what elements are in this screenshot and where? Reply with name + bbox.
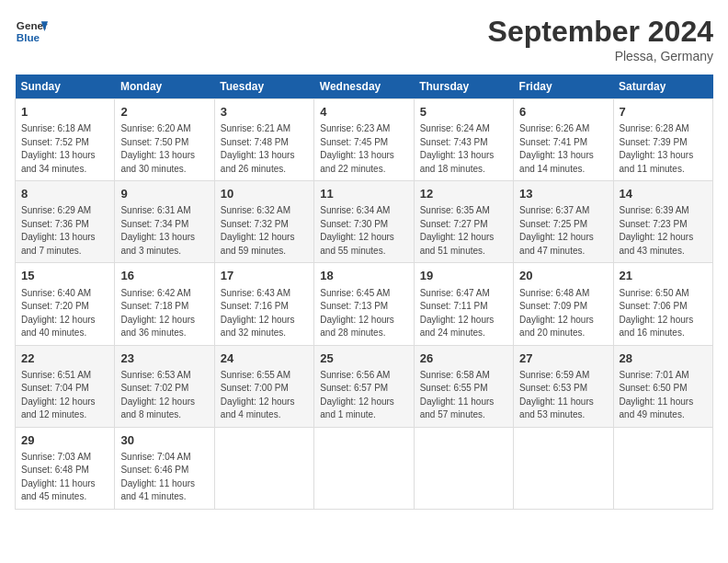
calendar-cell-day-4: 4Sunrise: 6:23 AM Sunset: 7:45 PM Daylig… xyxy=(314,99,414,181)
day-content: Sunrise: 6:53 AM Sunset: 7:02 PM Dayligh… xyxy=(120,369,208,422)
day-content: Sunrise: 6:35 AM Sunset: 7:27 PM Dayligh… xyxy=(420,204,507,258)
day-number: 4 xyxy=(320,104,407,121)
day-content: Sunrise: 6:37 AM Sunset: 7:25 PM Dayligh… xyxy=(519,204,607,258)
calendar-header-row: SundayMondayTuesdayWednesdayThursdayFrid… xyxy=(16,75,713,99)
day-content: Sunrise: 6:18 AM Sunset: 7:52 PM Dayligh… xyxy=(21,122,108,176)
calendar-cell-day-17: 17Sunrise: 6:43 AM Sunset: 7:16 PM Dayli… xyxy=(214,263,313,345)
day-content: Sunrise: 6:28 AM Sunset: 7:39 PM Dayligh… xyxy=(620,122,707,176)
day-number: 23 xyxy=(120,350,208,367)
calendar-cell-day-27: 27Sunrise: 6:59 AM Sunset: 6:53 PM Dayli… xyxy=(514,345,613,427)
day-content: Sunrise: 6:56 AM Sunset: 6:57 PM Dayligh… xyxy=(320,369,407,422)
calendar-cell-day-3: 3Sunrise: 6:21 AM Sunset: 7:48 PM Daylig… xyxy=(214,99,313,181)
calendar-cell-day-10: 10Sunrise: 6:32 AM Sunset: 7:32 PM Dayli… xyxy=(214,181,313,263)
day-content: Sunrise: 6:39 AM Sunset: 7:23 PM Dayligh… xyxy=(620,204,707,258)
day-number: 18 xyxy=(320,268,407,284)
calendar-cell-day-20: 20Sunrise: 6:48 AM Sunset: 7:09 PM Dayli… xyxy=(514,263,613,345)
day-content: Sunrise: 6:50 AM Sunset: 7:06 PM Dayligh… xyxy=(620,287,707,340)
day-number: 11 xyxy=(320,186,407,202)
page-header: General Blue September 2024 Plessa, Germ… xyxy=(15,15,713,63)
day-number: 8 xyxy=(21,186,108,202)
day-number: 21 xyxy=(620,268,707,284)
day-content: Sunrise: 6:21 AM Sunset: 7:48 PM Dayligh… xyxy=(221,122,308,176)
calendar-cell-day-15: 15Sunrise: 6:40 AM Sunset: 7:20 PM Dayli… xyxy=(16,263,115,345)
day-number: 9 xyxy=(120,186,208,202)
day-number: 10 xyxy=(221,186,308,202)
calendar-cell-day-11: 11Sunrise: 6:34 AM Sunset: 7:30 PM Dayli… xyxy=(314,181,414,263)
logo-icon: General Blue xyxy=(15,15,48,48)
day-number: 6 xyxy=(519,104,607,121)
calendar-cell-day-25: 25Sunrise: 6:56 AM Sunset: 6:57 PM Dayli… xyxy=(314,345,414,427)
calendar-cell-empty xyxy=(613,427,712,509)
calendar-week-1: 8Sunrise: 6:29 AM Sunset: 7:36 PM Daylig… xyxy=(16,181,713,263)
day-number: 5 xyxy=(420,104,507,121)
svg-text:Blue: Blue xyxy=(17,31,40,43)
col-header-monday: Monday xyxy=(115,75,214,99)
day-content: Sunrise: 7:01 AM Sunset: 6:50 PM Dayligh… xyxy=(620,369,707,422)
day-number: 14 xyxy=(620,186,707,202)
calendar-cell-day-24: 24Sunrise: 6:55 AM Sunset: 7:00 PM Dayli… xyxy=(214,345,313,427)
day-content: Sunrise: 6:32 AM Sunset: 7:32 PM Dayligh… xyxy=(221,204,308,258)
calendar-week-3: 22Sunrise: 6:51 AM Sunset: 7:04 PM Dayli… xyxy=(16,345,713,427)
day-content: Sunrise: 7:04 AM Sunset: 6:46 PM Dayligh… xyxy=(120,451,208,504)
calendar-cell-day-8: 8Sunrise: 6:29 AM Sunset: 7:36 PM Daylig… xyxy=(16,181,115,263)
calendar-cell-empty xyxy=(314,427,414,509)
day-number: 7 xyxy=(620,104,707,121)
calendar-cell-day-2: 2Sunrise: 6:20 AM Sunset: 7:50 PM Daylig… xyxy=(115,99,214,181)
calendar-cell-empty xyxy=(214,427,313,509)
day-number: 3 xyxy=(221,104,308,121)
day-number: 12 xyxy=(420,186,507,202)
day-content: Sunrise: 6:34 AM Sunset: 7:30 PM Dayligh… xyxy=(320,204,407,258)
calendar-cell-day-22: 22Sunrise: 6:51 AM Sunset: 7:04 PM Dayli… xyxy=(16,345,115,427)
day-content: Sunrise: 6:45 AM Sunset: 7:13 PM Dayligh… xyxy=(320,287,407,340)
calendar-week-0: 1Sunrise: 6:18 AM Sunset: 7:52 PM Daylig… xyxy=(16,99,713,181)
calendar-cell-day-13: 13Sunrise: 6:37 AM Sunset: 7:25 PM Dayli… xyxy=(514,181,613,263)
col-header-sunday: Sunday xyxy=(16,75,115,99)
day-content: Sunrise: 7:03 AM Sunset: 6:48 PM Dayligh… xyxy=(21,451,108,504)
day-content: Sunrise: 6:26 AM Sunset: 7:41 PM Dayligh… xyxy=(519,122,607,176)
location: Plessa, Germany xyxy=(488,49,713,63)
calendar-cell-day-9: 9Sunrise: 6:31 AM Sunset: 7:34 PM Daylig… xyxy=(115,181,214,263)
day-number: 15 xyxy=(21,268,108,284)
col-header-saturday: Saturday xyxy=(613,75,712,99)
day-content: Sunrise: 6:42 AM Sunset: 7:18 PM Dayligh… xyxy=(120,287,208,340)
calendar-cell-day-19: 19Sunrise: 6:47 AM Sunset: 7:11 PM Dayli… xyxy=(414,263,513,345)
month-year: September 2024 xyxy=(488,15,713,49)
day-number: 24 xyxy=(221,350,308,367)
calendar-cell-day-23: 23Sunrise: 6:53 AM Sunset: 7:02 PM Dayli… xyxy=(115,345,214,427)
day-number: 27 xyxy=(519,350,607,367)
day-content: Sunrise: 6:23 AM Sunset: 7:45 PM Dayligh… xyxy=(320,122,407,176)
calendar-cell-day-14: 14Sunrise: 6:39 AM Sunset: 7:23 PM Dayli… xyxy=(613,181,712,263)
day-content: Sunrise: 6:51 AM Sunset: 7:04 PM Dayligh… xyxy=(21,369,108,422)
day-content: Sunrise: 6:55 AM Sunset: 7:00 PM Dayligh… xyxy=(221,369,308,422)
day-content: Sunrise: 6:40 AM Sunset: 7:20 PM Dayligh… xyxy=(21,287,108,340)
day-number: 29 xyxy=(21,432,108,449)
col-header-thursday: Thursday xyxy=(414,75,513,99)
title-block: September 2024 Plessa, Germany xyxy=(488,15,713,63)
day-number: 1 xyxy=(21,104,108,121)
logo: General Blue xyxy=(15,15,48,48)
day-content: Sunrise: 6:24 AM Sunset: 7:43 PM Dayligh… xyxy=(420,122,507,176)
day-content: Sunrise: 6:43 AM Sunset: 7:16 PM Dayligh… xyxy=(221,287,308,340)
day-number: 28 xyxy=(620,350,707,367)
calendar-cell-day-5: 5Sunrise: 6:24 AM Sunset: 7:43 PM Daylig… xyxy=(414,99,513,181)
calendar-body: 1Sunrise: 6:18 AM Sunset: 7:52 PM Daylig… xyxy=(16,99,713,510)
day-number: 25 xyxy=(320,350,407,367)
col-header-wednesday: Wednesday xyxy=(314,75,414,99)
day-number: 2 xyxy=(120,104,208,121)
calendar-cell-empty xyxy=(414,427,513,509)
day-number: 17 xyxy=(221,268,308,284)
calendar-table: SundayMondayTuesdayWednesdayThursdayFrid… xyxy=(15,75,713,510)
calendar-cell-day-12: 12Sunrise: 6:35 AM Sunset: 7:27 PM Dayli… xyxy=(414,181,513,263)
day-number: 19 xyxy=(420,268,507,284)
calendar-cell-day-18: 18Sunrise: 6:45 AM Sunset: 7:13 PM Dayli… xyxy=(314,263,414,345)
day-number: 16 xyxy=(120,268,208,284)
calendar-cell-day-21: 21Sunrise: 6:50 AM Sunset: 7:06 PM Dayli… xyxy=(613,263,712,345)
day-content: Sunrise: 6:20 AM Sunset: 7:50 PM Dayligh… xyxy=(120,122,208,176)
day-content: Sunrise: 6:47 AM Sunset: 7:11 PM Dayligh… xyxy=(420,287,507,340)
calendar-week-4: 29Sunrise: 7:03 AM Sunset: 6:48 PM Dayli… xyxy=(16,427,713,509)
day-content: Sunrise: 6:59 AM Sunset: 6:53 PM Dayligh… xyxy=(519,369,607,422)
calendar-cell-day-7: 7Sunrise: 6:28 AM Sunset: 7:39 PM Daylig… xyxy=(613,99,712,181)
day-number: 20 xyxy=(519,268,607,284)
day-number: 30 xyxy=(120,432,208,449)
calendar-cell-day-29: 29Sunrise: 7:03 AM Sunset: 6:48 PM Dayli… xyxy=(16,427,115,509)
